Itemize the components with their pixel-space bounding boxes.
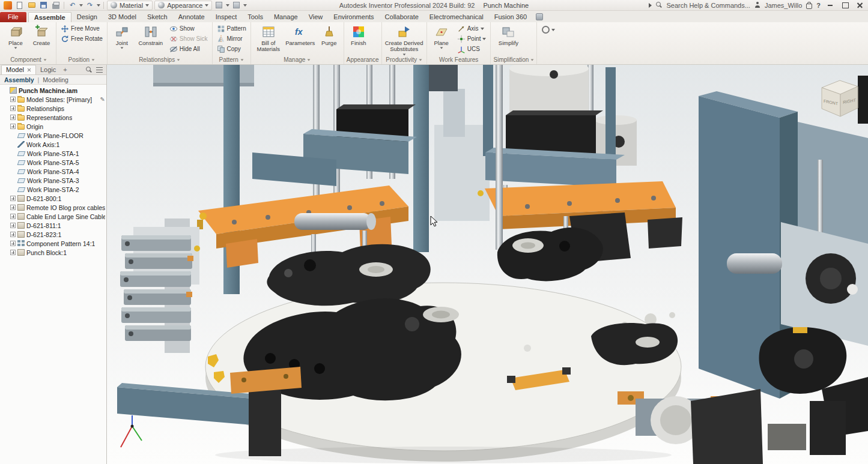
ribbon-tab[interactable]: Environments (328, 12, 379, 22)
mode-assembly[interactable]: Assembly (4, 76, 34, 83)
show-sick-button[interactable]: Show Sick (168, 34, 210, 44)
valve-stack[interactable] (120, 218, 200, 353)
tree-item[interactable]: Punch Block:1 ✎ (0, 248, 106, 257)
material-dropdown[interactable]: Material (107, 1, 153, 10)
mode-modeling[interactable]: Modeling (43, 76, 68, 83)
save-icon[interactable] (38, 1, 49, 10)
inventor-logo-icon[interactable] (2, 1, 13, 10)
adjust-icon[interactable] (214, 1, 224, 10)
ribbon-tab[interactable]: Collaborate (380, 12, 424, 22)
panel-label-relationships[interactable]: Relationships (108, 55, 212, 64)
tree-item[interactable]: Punch Machine.iam ✎ (0, 86, 106, 95)
tree-item[interactable]: Relationships ✎ (0, 104, 106, 113)
pattern-button[interactable]: Pattern (215, 23, 248, 34)
expander-icon[interactable] (10, 115, 16, 120)
browser-search-icon[interactable] (86, 67, 93, 73)
user-name[interactable]: James_Willo (765, 2, 802, 9)
new-file-icon[interactable] (14, 1, 25, 10)
ribbon-tab[interactable]: File (0, 12, 26, 22)
ribbon-tab-extra-icon[interactable] (536, 13, 543, 20)
copy-button[interactable]: Copy (215, 44, 248, 54)
browser-menu-icon[interactable] (96, 67, 103, 73)
tree-item[interactable]: D-621-800:1 ✎ (0, 194, 106, 203)
tree-item[interactable]: Remote IO Blog prox cables 101:1 (Unr ✎ (0, 203, 106, 212)
tree-item[interactable]: Cable End Large Sine Cable:10 (Unreso ✎ (0, 212, 106, 221)
ribbon-tab[interactable]: View (303, 12, 329, 22)
parameters-button[interactable]: fx Parameters (285, 23, 315, 55)
restore-button[interactable] (840, 1, 851, 10)
constrain-button[interactable]: Constrain (136, 23, 166, 55)
expander-icon[interactable] (10, 214, 16, 219)
help-icon[interactable] (816, 2, 821, 9)
ribbon-tab[interactable]: Tools (242, 12, 269, 22)
point-button[interactable]: Point (455, 34, 488, 44)
appearance-dropdown[interactable]: Appearance (154, 1, 212, 10)
tree-item[interactable]: Work Plane-FLOOR ✎ (0, 131, 106, 140)
tree-item[interactable]: Work Plane-STA-5 ✎ (0, 158, 106, 167)
edit-icon[interactable]: ✎ (100, 96, 105, 103)
ribbon-tab[interactable]: Design (71, 12, 103, 22)
expander-icon[interactable] (10, 241, 16, 246)
panel-label-appearance[interactable]: Appearance (344, 55, 381, 64)
expander-icon[interactable] (10, 205, 16, 210)
close-tab-icon[interactable] (27, 68, 31, 72)
panel-label-position[interactable]: Position (56, 55, 107, 64)
open-file-icon[interactable] (26, 1, 37, 10)
show-button[interactable]: Show (168, 23, 210, 34)
ribbon-tab[interactable]: 3D Model (103, 12, 142, 22)
ribbon-tab[interactable]: Fusion 360 (489, 12, 532, 22)
hide-all-button[interactable]: Hide All (168, 44, 210, 54)
collapse-search-icon[interactable] (649, 3, 652, 8)
ucs-button[interactable]: UCS (455, 44, 488, 54)
panel-label-simplification[interactable]: Simplification (491, 55, 536, 64)
add-browser-tab-button[interactable]: + (60, 65, 70, 74)
store-icon[interactable] (806, 4, 812, 9)
tree-item[interactable]: Work Plane-STA-2 ✎ (0, 185, 106, 194)
expander-icon[interactable] (10, 124, 16, 129)
tree-item[interactable]: Representations ✎ (0, 113, 106, 122)
search-icon[interactable] (656, 2, 663, 8)
simplify-button[interactable]: Simplify (493, 23, 523, 55)
panel-label-work-features[interactable]: Work Features (427, 55, 491, 64)
print-icon[interactable] (50, 1, 61, 10)
purge-button[interactable]: Purge (317, 23, 341, 55)
measure-dropdown-icon[interactable] (243, 4, 247, 7)
mirror-button[interactable]: Mirror (215, 34, 248, 44)
close-button[interactable] (855, 1, 866, 10)
finish-button[interactable]: Finish (347, 23, 371, 55)
tree-item[interactable]: Work Plane-STA-4 ✎ (0, 167, 106, 176)
redo-icon[interactable] (85, 1, 95, 10)
ribbon-tab[interactable]: Manage (269, 12, 303, 22)
panel-label-component[interactable]: Component (1, 55, 56, 64)
search-input[interactable]: Search Help & Commands... (667, 2, 750, 9)
expander-icon[interactable] (10, 250, 16, 255)
expander-icon[interactable] (10, 223, 16, 228)
undo-icon[interactable] (67, 1, 77, 10)
joint-button[interactable]: Joint (110, 23, 134, 55)
adjust-dropdown-icon[interactable] (226, 4, 229, 7)
browser-tab-logic[interactable]: Logic (36, 65, 60, 74)
expander-icon[interactable] (10, 106, 16, 111)
panel-label-manage[interactable]: Manage (251, 55, 344, 64)
ribbon-tab[interactable]: Annotate (173, 12, 210, 22)
tree-item[interactable]: D-621-811:1 ✎ (0, 221, 106, 230)
create-button[interactable]: Create (29, 23, 53, 55)
ribbon-tab[interactable]: Electromechanical (424, 12, 489, 22)
expander-icon[interactable] (10, 196, 16, 201)
measure-icon[interactable] (231, 1, 241, 10)
ribbon-options-button[interactable] (542, 26, 555, 34)
minimize-button[interactable] (825, 1, 836, 10)
undo-dropdown-icon[interactable] (79, 4, 83, 7)
tree-item[interactable]: Component Pattern 14:1 ✎ (0, 239, 106, 248)
expander-icon[interactable] (10, 232, 16, 237)
ribbon-tab[interactable]: Sketch (142, 12, 173, 22)
axis-button[interactable]: Axis (455, 23, 488, 34)
tree-item[interactable]: D-621-823:1 ✎ (0, 230, 106, 239)
tree-item[interactable]: Model States: [Primary] ✎ (0, 95, 106, 104)
plane-button[interactable]: Plane (429, 23, 454, 55)
free-rotate-button[interactable]: Free Rotate (59, 34, 105, 44)
ribbon-tab[interactable]: Inspect (210, 12, 242, 22)
tree-item[interactable]: Origin ✎ (0, 122, 106, 131)
browser-tab-model[interactable]: Model (1, 65, 36, 74)
redo-dropdown-icon[interactable] (97, 4, 100, 7)
